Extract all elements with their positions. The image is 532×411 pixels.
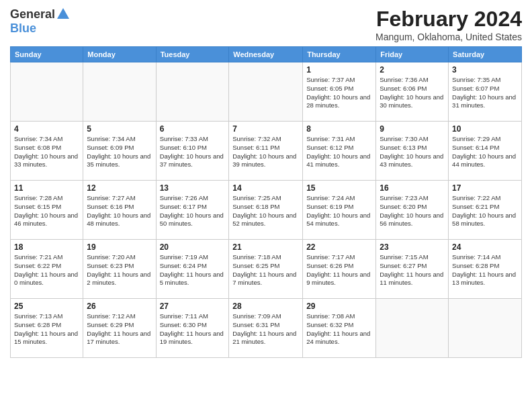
day-number: 5 — [87, 124, 152, 134]
day-number: 10 — [452, 124, 518, 134]
day-header-wednesday: Wednesday — [229, 47, 303, 62]
day-number: 24 — [452, 242, 518, 252]
calendar-week-5: 25Sunrise: 7:13 AMSunset: 6:28 PMDayligh… — [11, 299, 522, 358]
calendar-cell: 6Sunrise: 7:33 AMSunset: 6:10 PMDaylight… — [156, 122, 229, 181]
calendar-cell: 25Sunrise: 7:13 AMSunset: 6:28 PMDayligh… — [11, 299, 83, 358]
day-info: Sunrise: 7:21 AMSunset: 6:22 PMDaylight:… — [14, 253, 79, 287]
day-info: Sunrise: 7:22 AMSunset: 6:21 PMDaylight:… — [452, 194, 518, 228]
day-number: 28 — [232, 302, 299, 311]
day-number: 29 — [306, 302, 372, 311]
day-number: 27 — [160, 302, 226, 311]
calendar-cell: 19Sunrise: 7:20 AMSunset: 6:23 PMDayligh… — [83, 240, 156, 299]
calendar-cell: 20Sunrise: 7:19 AMSunset: 6:24 PMDayligh… — [156, 240, 229, 299]
page-title: February 2024 — [375, 7, 522, 32]
day-number: 20 — [160, 242, 226, 252]
day-number: 1 — [306, 65, 372, 75]
day-number: 13 — [160, 183, 226, 193]
day-info: Sunrise: 7:27 AMSunset: 6:16 PMDaylight:… — [87, 194, 152, 228]
calendar-cell: 14Sunrise: 7:25 AMSunset: 6:18 PMDayligh… — [229, 181, 303, 240]
calendar-cell: 13Sunrise: 7:26 AMSunset: 6:17 PMDayligh… — [156, 181, 229, 240]
day-info: Sunrise: 7:23 AMSunset: 6:20 PMDaylight:… — [380, 194, 445, 228]
calendar-cell: 16Sunrise: 7:23 AMSunset: 6:20 PMDayligh… — [376, 181, 449, 240]
day-number: 26 — [87, 302, 152, 311]
calendar-cell: 15Sunrise: 7:24 AMSunset: 6:19 PMDayligh… — [303, 181, 376, 240]
day-number: 4 — [14, 124, 79, 134]
day-info: Sunrise: 7:18 AMSunset: 6:25 PMDaylight:… — [232, 253, 299, 287]
day-number: 12 — [87, 183, 152, 193]
day-info: Sunrise: 7:20 AMSunset: 6:23 PMDaylight:… — [87, 253, 152, 287]
day-info: Sunrise: 7:08 AMSunset: 6:32 PMDaylight:… — [306, 312, 372, 347]
calendar-week-4: 18Sunrise: 7:21 AMSunset: 6:22 PMDayligh… — [11, 240, 522, 299]
day-header-saturday: Saturday — [449, 47, 522, 62]
day-header-thursday: Thursday — [303, 47, 376, 62]
logo: General Blue — [10, 7, 71, 36]
calendar-week-2: 4Sunrise: 7:34 AMSunset: 6:08 PMDaylight… — [11, 122, 522, 181]
day-info: Sunrise: 7:09 AMSunset: 6:31 PMDaylight:… — [232, 312, 299, 347]
day-info: Sunrise: 7:33 AMSunset: 6:10 PMDaylight:… — [160, 135, 226, 169]
calendar-cell: 9Sunrise: 7:30 AMSunset: 6:13 PMDaylight… — [376, 122, 449, 181]
day-number: 23 — [380, 242, 445, 252]
calendar-week-3: 11Sunrise: 7:28 AMSunset: 6:15 PMDayligh… — [11, 181, 522, 240]
day-number: 22 — [306, 242, 372, 252]
calendar-cell: 27Sunrise: 7:11 AMSunset: 6:30 PMDayligh… — [156, 299, 229, 358]
day-number: 15 — [306, 183, 372, 193]
day-header-tuesday: Tuesday — [156, 47, 229, 62]
day-info: Sunrise: 7:24 AMSunset: 6:19 PMDaylight:… — [306, 194, 372, 228]
day-number: 9 — [380, 124, 445, 134]
day-number: 19 — [87, 242, 152, 252]
day-info: Sunrise: 7:15 AMSunset: 6:27 PMDaylight:… — [380, 253, 445, 287]
day-info: Sunrise: 7:11 AMSunset: 6:30 PMDaylight:… — [160, 312, 226, 347]
calendar-cell — [229, 62, 303, 122]
calendar-cell: 28Sunrise: 7:09 AMSunset: 6:31 PMDayligh… — [229, 299, 303, 358]
day-info: Sunrise: 7:35 AMSunset: 6:07 PMDaylight:… — [452, 76, 518, 110]
day-header-sunday: Sunday — [11, 47, 83, 62]
day-info: Sunrise: 7:34 AMSunset: 6:08 PMDaylight:… — [14, 135, 79, 169]
title-area: February 2024 Mangum, Oklahoma, United S… — [375, 7, 522, 42]
calendar-week-1: 1Sunrise: 7:37 AMSunset: 6:05 PMDaylight… — [11, 62, 522, 122]
day-info: Sunrise: 7:30 AMSunset: 6:13 PMDaylight:… — [380, 135, 445, 169]
day-header-monday: Monday — [83, 47, 156, 62]
day-info: Sunrise: 7:29 AMSunset: 6:14 PMDaylight:… — [452, 135, 518, 169]
calendar-cell: 10Sunrise: 7:29 AMSunset: 6:14 PMDayligh… — [449, 122, 522, 181]
calendar-cell: 26Sunrise: 7:12 AMSunset: 6:29 PMDayligh… — [83, 299, 156, 358]
calendar-cell: 4Sunrise: 7:34 AMSunset: 6:08 PMDaylight… — [11, 122, 83, 181]
calendar-cell: 11Sunrise: 7:28 AMSunset: 6:15 PMDayligh… — [11, 181, 83, 240]
day-info: Sunrise: 7:31 AMSunset: 6:12 PMDaylight:… — [306, 135, 372, 169]
calendar-header-row: SundayMondayTuesdayWednesdayThursdayFrid… — [11, 47, 522, 62]
calendar-cell — [376, 299, 449, 358]
logo-icon — [56, 7, 71, 21]
calendar-cell: 22Sunrise: 7:17 AMSunset: 6:26 PMDayligh… — [303, 240, 376, 299]
day-number: 25 — [14, 302, 79, 311]
calendar: SundayMondayTuesdayWednesdayThursdayFrid… — [10, 46, 522, 358]
day-info: Sunrise: 7:26 AMSunset: 6:17 PMDaylight:… — [160, 194, 226, 228]
calendar-cell: 3Sunrise: 7:35 AMSunset: 6:07 PMDaylight… — [449, 62, 522, 122]
day-header-friday: Friday — [376, 47, 449, 62]
day-number: 14 — [232, 183, 299, 193]
calendar-cell: 12Sunrise: 7:27 AMSunset: 6:16 PMDayligh… — [83, 181, 156, 240]
calendar-cell: 29Sunrise: 7:08 AMSunset: 6:32 PMDayligh… — [303, 299, 376, 358]
calendar-cell: 2Sunrise: 7:36 AMSunset: 6:06 PMDaylight… — [376, 62, 449, 122]
day-info: Sunrise: 7:36 AMSunset: 6:06 PMDaylight:… — [380, 76, 445, 110]
calendar-cell: 7Sunrise: 7:32 AMSunset: 6:11 PMDaylight… — [229, 122, 303, 181]
calendar-cell: 1Sunrise: 7:37 AMSunset: 6:05 PMDaylight… — [303, 62, 376, 122]
day-info: Sunrise: 7:14 AMSunset: 6:28 PMDaylight:… — [452, 253, 518, 287]
day-number: 2 — [380, 65, 445, 75]
day-number: 8 — [306, 124, 372, 134]
day-info: Sunrise: 7:19 AMSunset: 6:24 PMDaylight:… — [160, 253, 226, 287]
calendar-cell — [11, 62, 83, 122]
day-info: Sunrise: 7:37 AMSunset: 6:05 PMDaylight:… — [306, 76, 372, 110]
logo-blue: Blue — [10, 21, 36, 35]
calendar-cell: 24Sunrise: 7:14 AMSunset: 6:28 PMDayligh… — [449, 240, 522, 299]
day-info: Sunrise: 7:13 AMSunset: 6:28 PMDaylight:… — [14, 312, 79, 347]
day-info: Sunrise: 7:17 AMSunset: 6:26 PMDaylight:… — [306, 253, 372, 287]
header: General Blue February 2024 Mangum, Oklah… — [10, 7, 522, 42]
calendar-cell: 17Sunrise: 7:22 AMSunset: 6:21 PMDayligh… — [449, 181, 522, 240]
day-info: Sunrise: 7:12 AMSunset: 6:29 PMDaylight:… — [87, 312, 152, 347]
day-info: Sunrise: 7:25 AMSunset: 6:18 PMDaylight:… — [232, 194, 299, 228]
day-number: 16 — [380, 183, 445, 193]
page: General Blue February 2024 Mangum, Oklah… — [0, 0, 532, 365]
logo-general: General — [10, 7, 55, 21]
day-number: 7 — [232, 124, 299, 134]
calendar-cell: 23Sunrise: 7:15 AMSunset: 6:27 PMDayligh… — [376, 240, 449, 299]
day-number: 3 — [452, 65, 518, 75]
